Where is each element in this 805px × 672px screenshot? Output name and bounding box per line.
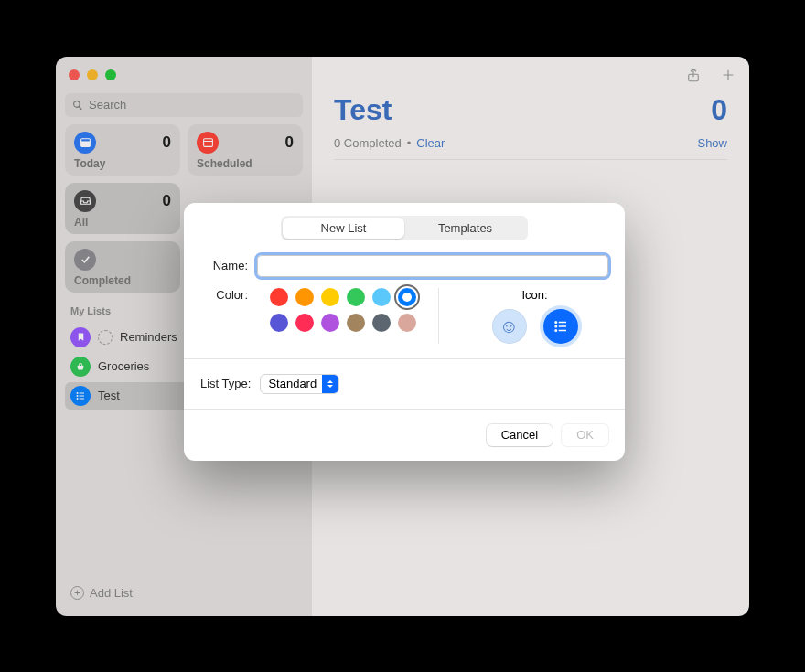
color-swatch[interactable] (347, 314, 365, 332)
completed-card[interactable]: Completed (65, 241, 180, 293)
color-swatches (270, 288, 416, 332)
today-card[interactable]: 0 Today (65, 124, 180, 176)
search-input[interactable]: Search (65, 93, 303, 117)
name-row: Name: (200, 255, 608, 277)
color-swatch[interactable] (295, 314, 314, 332)
color-swatch[interactable] (372, 288, 391, 306)
sync-icon (98, 330, 113, 345)
color-swatch[interactable] (270, 314, 288, 332)
calendar-icon (197, 132, 219, 154)
add-list-label: Add List (90, 586, 133, 600)
divider (184, 409, 625, 410)
list-bullet-icon (553, 318, 569, 335)
dialog-tabs: New List Templates (281, 216, 528, 240)
svg-rect-19 (558, 329, 565, 331)
list-item-label: Reminders (120, 330, 177, 344)
zoom-window-button[interactable] (105, 69, 116, 80)
chevron-up-down-icon (322, 374, 338, 394)
list-item-label: Test (98, 389, 120, 402)
color-swatch[interactable] (321, 288, 339, 306)
color-swatch[interactable] (270, 288, 288, 306)
svg-point-14 (554, 321, 557, 324)
search-placeholder: Search (89, 98, 126, 112)
svg-rect-3 (203, 139, 212, 147)
emoji-picker-button[interactable]: ☺ (492, 309, 527, 344)
tab-templates[interactable]: Templates (404, 218, 526, 239)
divider (334, 159, 727, 160)
color-swatch[interactable] (372, 314, 391, 332)
svg-rect-10 (80, 398, 85, 399)
toolbar (312, 57, 749, 93)
clear-button[interactable]: Clear (416, 136, 445, 150)
svg-point-16 (554, 329, 557, 332)
color-swatch[interactable] (398, 288, 416, 306)
name-label: Name: (200, 259, 248, 272)
color-icon-row: Color: Icon: ☺ (200, 288, 608, 344)
new-list-dialog: New List Templates Name: Color: Icon: ☺ (184, 203, 625, 461)
minimize-window-button[interactable] (87, 69, 98, 80)
tray-icon (74, 190, 96, 212)
list-subheader: 0 Completed • Clear Show (312, 127, 749, 159)
show-button[interactable]: Show (697, 136, 727, 150)
completed-label: Completed (74, 274, 171, 287)
color-swatch[interactable] (347, 288, 365, 306)
color-swatch[interactable] (321, 314, 339, 332)
cancel-button[interactable]: Cancel (487, 424, 553, 446)
window-controls (65, 68, 303, 86)
list-title: Test (334, 93, 392, 127)
svg-point-6 (77, 395, 79, 397)
list-type-row: List Type: Standard (200, 374, 608, 394)
scheduled-label: Scheduled (197, 157, 294, 170)
color-label: Color: (200, 288, 248, 302)
bookmark-icon (70, 327, 91, 347)
dialog-actions: Cancel OK (200, 424, 608, 446)
list-icon-button[interactable] (543, 309, 578, 344)
today-label: Today (74, 157, 171, 170)
close-window-button[interactable] (69, 69, 80, 80)
svg-rect-8 (80, 392, 85, 393)
list-bullet-icon (70, 386, 91, 406)
svg-rect-17 (558, 321, 565, 323)
scheduled-card[interactable]: 0 Scheduled (188, 124, 303, 176)
basket-icon (70, 357, 91, 377)
today-count: 0 (163, 133, 171, 152)
svg-point-5 (77, 392, 79, 394)
tab-new-list[interactable]: New List (283, 218, 404, 239)
all-card[interactable]: 0 All (65, 183, 180, 234)
all-count: 0 (163, 192, 171, 210)
dot-separator: • (407, 136, 412, 150)
search-icon (72, 100, 83, 111)
all-label: All (74, 216, 171, 229)
smiley-icon: ☺ (499, 315, 519, 337)
list-item-label: Groceries (98, 359, 149, 373)
calendar-today-icon (74, 132, 96, 154)
list-type-value: Standard (268, 377, 317, 390)
svg-rect-9 (80, 395, 85, 396)
svg-point-7 (77, 398, 79, 400)
svg-point-15 (554, 325, 557, 327)
checkmark-icon (74, 249, 96, 271)
svg-rect-18 (558, 325, 565, 327)
list-header: Test 0 (312, 93, 749, 127)
name-input[interactable] (257, 255, 608, 277)
color-swatch[interactable] (398, 314, 416, 332)
divider (438, 288, 439, 344)
list-count: 0 (711, 93, 727, 127)
list-type-label: List Type: (200, 377, 251, 390)
list-type-select[interactable]: Standard (260, 374, 339, 394)
icon-label: Icon: (461, 288, 608, 302)
divider (184, 358, 625, 359)
ok-button[interactable]: OK (562, 424, 608, 446)
plus-icon[interactable] (720, 67, 736, 83)
scheduled-count: 0 (285, 133, 294, 152)
app-window: Search 0 Today 0 Schedule (56, 57, 749, 616)
add-list-button[interactable]: + Add List (65, 581, 303, 605)
color-swatch[interactable] (295, 288, 314, 306)
plus-circle-icon: + (70, 586, 84, 600)
completed-count-text: 0 Completed (334, 136, 402, 150)
share-icon[interactable] (685, 67, 702, 83)
